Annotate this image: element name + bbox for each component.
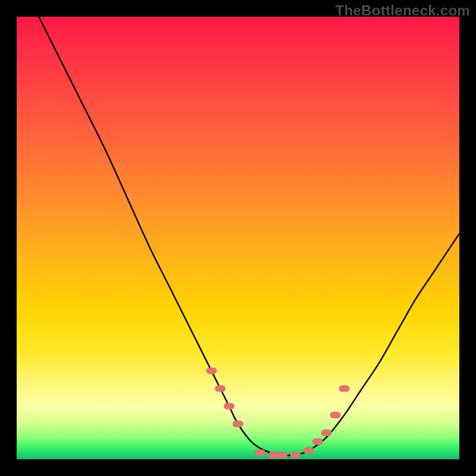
marker-point <box>330 412 341 418</box>
marker-point <box>339 386 350 392</box>
marker-point <box>255 449 265 456</box>
marker-point <box>312 439 323 445</box>
bottleneck-curve <box>39 17 459 456</box>
markers-layer <box>206 368 349 458</box>
marker-point <box>224 403 234 409</box>
curve-layer <box>39 17 459 456</box>
marker-point <box>290 452 301 458</box>
marker-point <box>303 447 314 454</box>
plot-area <box>17 17 459 459</box>
chart-frame: TheBottleneck.com <box>0 0 476 476</box>
marker-point <box>277 452 287 458</box>
marker-point <box>215 386 226 392</box>
marker-point <box>206 368 217 374</box>
curve-svg <box>17 17 459 459</box>
marker-point <box>321 430 332 436</box>
watermark-text: TheBottleneck.com <box>336 2 470 19</box>
marker-point <box>233 421 243 427</box>
